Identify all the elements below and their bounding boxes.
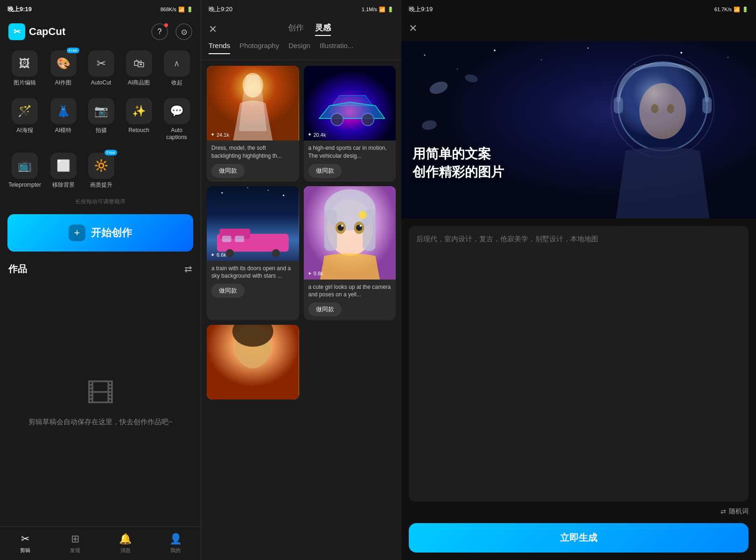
input-container: 后现代，室内设计，复古，伧寂美学，别墅设计，本地地图	[409, 226, 749, 502]
generate-button[interactable]: 立即生成	[409, 523, 749, 553]
svg-point-13	[272, 249, 280, 257]
hero-background: 用简单的文案 创作精彩的图片	[401, 41, 756, 218]
card-img-car: ✦ 20.4k	[304, 66, 396, 140]
tool-ai-draw[interactable]: 🎨 Free AI作图	[46, 46, 81, 91]
card-img-person	[207, 325, 299, 399]
tool-photo[interactable]: 📷 拍摄	[84, 93, 119, 145]
sort-icon[interactable]: ⇄	[184, 263, 192, 274]
subtab-trends[interactable]: Trends	[209, 42, 230, 54]
tool-captions[interactable]: 💬 Auto captions	[159, 93, 194, 145]
count-icon-car: ✦	[308, 132, 312, 138]
p3-close-button[interactable]: ✕	[409, 22, 417, 35]
tool-icon-ai-product: 🛍	[126, 50, 152, 77]
svg-point-48	[651, 104, 658, 113]
card-action-car[interactable]: 做同款	[308, 164, 342, 178]
subtab-photography[interactable]: Photography	[239, 42, 279, 54]
tool-label-remove-bg: 移除背景	[52, 182, 75, 188]
card-dress[interactable]: ✦ 24.1k Dress, model, the soft backlight…	[207, 66, 299, 182]
tool-ai-poster[interactable]: 🪄 AI海报	[7, 93, 43, 145]
svg-point-12	[226, 249, 234, 257]
help-button[interactable]: ?	[151, 23, 168, 40]
svg-rect-0	[207, 66, 299, 140]
svg-point-36	[588, 48, 589, 49]
svg-point-7	[247, 187, 248, 188]
speed-2: 1.1M/s	[362, 7, 377, 12]
card-train[interactable]: ✦ 6.6k a train with its doors open and a…	[207, 186, 299, 321]
svg-point-35	[541, 59, 542, 60]
nav-mine[interactable]: 👤 我的	[151, 529, 201, 558]
nav-message[interactable]: 🔔 消息	[100, 529, 151, 558]
card-anime[interactable]: ✦ 9.8k a cute girl looks up at the camer…	[304, 186, 396, 321]
settings-button[interactable]: ⊙	[175, 23, 192, 40]
tool-remove-bg[interactable]: ⬜ 移除背景	[46, 148, 81, 193]
tool-ai-model[interactable]: 👗 AI模特	[46, 93, 81, 145]
tool-teleprompter[interactable]: 📺 Teleprompter	[7, 148, 43, 193]
tool-photo-edit[interactable]: 🖼 图片编辑	[7, 46, 43, 91]
card-count-train: ✦ 6.6k	[210, 252, 226, 258]
tool-label-retouch: Retouch	[128, 127, 149, 133]
nav-discover-label: 发现	[70, 547, 80, 554]
p3-header: ✕	[401, 19, 756, 41]
tool-more-icon: ∧	[164, 50, 190, 77]
tool-label-ai-product: AI商品图	[128, 79, 150, 86]
count-icon-anime: ✦	[308, 271, 312, 277]
card-action-train[interactable]: 做同款	[211, 284, 245, 298]
shuffle-icon: ⇄	[721, 508, 726, 515]
nav-edit-label: 剪辑	[20, 547, 30, 554]
create-button[interactable]: + 开始创作	[7, 214, 193, 252]
tool-enhance[interactable]: 🔆 Free 画质提升	[84, 148, 119, 193]
card-action-anime[interactable]: 做同款	[308, 302, 342, 316]
p2-close-button[interactable]: ✕	[209, 23, 217, 35]
svg-rect-50	[614, 97, 623, 113]
card-img-train: ✦ 6.6k	[207, 186, 299, 261]
tool-autocut[interactable]: ✂ AutoCut	[84, 46, 119, 91]
p2-sub-tabs: Trends Photography Design Illustratio...	[201, 42, 401, 60]
header-icons: ? ⊙	[151, 23, 192, 40]
tool-icon-enhance: 🔆 Free	[88, 153, 114, 179]
tool-icon-autocut: ✂	[88, 50, 114, 77]
svg-point-3	[331, 113, 343, 126]
card-car[interactable]: ✦ 20.4k a high-end sports car in motion,…	[304, 66, 396, 182]
tool-label-captions: Auto captions	[161, 127, 192, 140]
tool-label-photo-edit: 图片编辑	[14, 79, 36, 86]
subtab-illustration[interactable]: Illustratio...	[320, 42, 354, 54]
svg-rect-14	[222, 236, 231, 242]
count-icon: ✦	[210, 132, 215, 138]
capcut-logo: ✂ CapCut	[8, 23, 65, 40]
card-person[interactable]	[207, 325, 299, 399]
subtab-design[interactable]: Design	[288, 42, 310, 54]
nav-mine-icon: 👤	[169, 533, 182, 545]
battery-icon-2: 🔋	[387, 7, 394, 13]
hero-headline: 用简单的文案 创作精彩的图片	[413, 145, 504, 181]
card-body-anime: a cute girl looks up at the camera and p…	[304, 280, 396, 321]
create-plus-icon: +	[69, 224, 85, 241]
card-img-dress: ✦ 24.1k	[207, 66, 299, 140]
tool-ai-product[interactable]: 🛍 AI商品图	[121, 46, 156, 91]
panel-generate: 晚上9:19 61.7K/s 📶 🔋 ✕	[401, 0, 756, 560]
hero-section: 用简单的文案 创作精彩的图片	[401, 41, 756, 218]
tool-retouch[interactable]: ✨ Retouch	[121, 93, 156, 145]
tool-icon-photo-edit: 🖼	[12, 50, 38, 77]
signal-icon-3: 📶	[734, 7, 740, 13]
signal-icon: 📶	[178, 7, 185, 13]
panel-inspire: 晚上9:20 1.1M/s 📶 🔋 ✕ 创作 灵感 Trends Photogr…	[201, 0, 401, 560]
nav-message-label: 消息	[120, 547, 131, 554]
random-words-button[interactable]: ⇄ 随机词	[721, 507, 749, 516]
nav-discover[interactable]: ⊞ 发现	[50, 529, 101, 558]
svg-point-8	[283, 195, 284, 196]
cards-grid: ✦ 24.1k Dress, model, the soft backlight…	[207, 66, 396, 399]
time-3: 晚上9:19	[409, 5, 433, 14]
tool-label-ai-poster: AI海报	[16, 127, 33, 133]
p3-bottom-row: ⇄ 随机词	[409, 507, 749, 516]
card-body-dress: Dress, model, the soft backlighting high…	[207, 140, 299, 182]
tab-create[interactable]: 创作	[288, 22, 304, 36]
card-action-dress[interactable]: 做同款	[211, 164, 245, 178]
tool-icon-ai-draw: 🎨 Free	[50, 50, 77, 77]
status-bar-2: 晚上9:20 1.1M/s 📶 🔋	[201, 0, 401, 19]
tab-inspire[interactable]: 灵感	[315, 22, 331, 36]
tool-more[interactable]: ∧ 收起	[159, 46, 194, 91]
logo-text: CapCut	[29, 26, 65, 38]
tool-icon-remove-bg: ⬜	[50, 153, 77, 179]
nav-edit[interactable]: ✂ 剪辑	[0, 529, 50, 558]
status-bar-3: 晚上9:19 61.7K/s 📶 🔋	[401, 0, 756, 19]
